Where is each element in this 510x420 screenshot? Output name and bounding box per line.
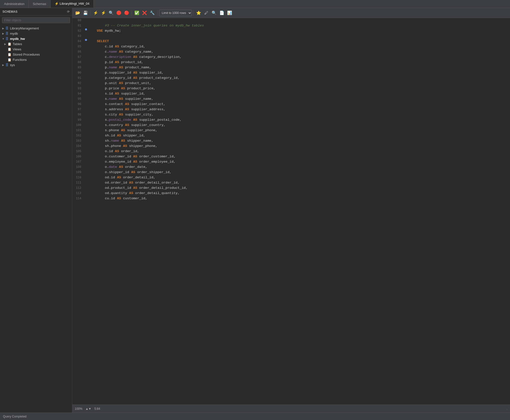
tab-schemas-label: Schemas (33, 2, 46, 6)
bottom-status-bar: Query Completed (0, 413, 510, 420)
line-91: 91 p.category_id AS product_category_id, (72, 76, 510, 81)
zoom-in-button[interactable]: 🔍 (211, 9, 218, 16)
tree-item-stored-procedures[interactable]: ▶ 📋 Stored Procedures (0, 52, 72, 57)
toggle-sys[interactable]: ▶ (1, 64, 5, 66)
db-icon-mydb: 🗄 (5, 32, 9, 35)
sidebar: SCHEMAS ⟳ ▶ 🗄 LibraryManagement ▶ 🗄 mydb… (0, 8, 72, 413)
execute-button[interactable]: ⚡ (92, 9, 99, 16)
line-93: 93 p.price AS product_price, (72, 86, 510, 91)
tree-label-stored-procedures: Stored Procedures (13, 53, 40, 56)
status-scroll-indicator: ⬦ (506, 407, 508, 411)
toolbar-sep-2 (132, 10, 132, 16)
save-file-button[interactable]: 💾 (82, 9, 89, 16)
word-wrap-button[interactable]: 📄 (218, 9, 225, 16)
line-92: 92 p.unit AS product_unit, (72, 81, 510, 86)
status-left: 100% ▲▼ 5:84 (75, 407, 100, 411)
folder-icon-stored-procedures: 📋 (7, 53, 11, 56)
line-104: 104 sh.phone AS shipper_phone, (72, 144, 510, 149)
toolbar-sep-3 (157, 10, 158, 16)
tree-item-mydb-hw[interactable]: ▼ 🗄 mydb_hw (0, 36, 72, 41)
line-87: 87 c.description AS category_description… (72, 55, 510, 60)
find-button[interactable]: 🔍 (108, 9, 115, 16)
line-80: 80 (72, 18, 510, 23)
schemas-label: SCHEMAS (2, 10, 17, 13)
cursor-position: 5:84 (94, 407, 100, 411)
line-83: 83 (72, 34, 510, 39)
toggle-librarymanagement[interactable]: ▶ (1, 27, 5, 30)
tree-label-views: Views (13, 47, 21, 51)
cancel-button[interactable]: ❌ (141, 9, 148, 16)
db-icon-librarymanagement: 🗄 (5, 26, 9, 30)
line-108: 108 o.date AS order_date, (72, 165, 510, 170)
tab-admin-label: Administration (4, 2, 24, 6)
format-button[interactable]: 🖊 (203, 9, 210, 16)
query-status-message: Query Completed (3, 415, 26, 418)
zoom-percent: 100% (75, 407, 83, 411)
tab-query[interactable]: ⚡ LibraryMngt_HW_04 (51, 0, 94, 8)
sidebar-header: SCHEMAS ⟳ (0, 8, 72, 16)
toolbar-sep-4 (193, 10, 194, 16)
lightning-icon: ⚡ (55, 2, 59, 5)
folder-icon-tables: 📋 (7, 42, 11, 46)
sidebar-refresh-icon[interactable]: ⟳ (67, 10, 70, 13)
tree-item-sys[interactable]: ▶ 🗄 sys (0, 62, 72, 68)
db-icon-mydb-hw: 🗄 (5, 37, 9, 41)
line-109: 109 o.shipper_id AS order_shipper_id, (72, 170, 510, 175)
toolbar-sep-1 (90, 10, 91, 16)
zoom-stepper[interactable]: ▲▼ (85, 407, 91, 411)
tree-item-tables[interactable]: ▶ 📋 Tables (0, 41, 72, 47)
bookmark-button[interactable]: ⭐ (195, 9, 202, 16)
tree-label-tables: Tables (13, 42, 22, 46)
line-84: 84 SELECT (72, 39, 510, 44)
tab-schemas[interactable]: Schemas (29, 0, 50, 8)
tree-item-librarymanagement[interactable]: ▶ 🗄 LibraryManagement (0, 26, 72, 31)
schema-tree: ▶ 🗄 LibraryManagement ▶ 🗄 mydb ▼ 🗄 mydb_… (0, 25, 72, 413)
line-88: 88 p.id AS product_id, (72, 60, 510, 65)
inspect-button[interactable]: 🔧 (149, 9, 156, 16)
line-106: 106 o.customer_id AS order_customer_id, (72, 154, 510, 159)
tree-label-librarymanagement: LibraryManagement (10, 26, 39, 30)
tree-label-mydb: mydb (10, 32, 18, 35)
toggle-mydb-hw[interactable]: ▼ (1, 37, 5, 40)
line-89: 89 p.name AS product_name, (72, 65, 510, 70)
stop-button[interactable]: 🛑 (115, 9, 122, 16)
line-110: 110 od.id AS order_detail_id, (72, 175, 510, 180)
check-button[interactable]: ✅ (133, 9, 140, 16)
line-85: 85 c.id AS category_id, (72, 44, 510, 49)
line-105: 105 o.id AS order_id, (72, 149, 510, 154)
execute-current-button[interactable]: ⚡ (100, 9, 107, 16)
line-112: 112 od.product_id AS order_detail_produc… (72, 186, 510, 191)
tab-administration[interactable]: Administration (0, 0, 29, 8)
line-94: 94 s.id AS supplier_id, (72, 91, 510, 97)
explain-button[interactable]: 🔴 (123, 9, 130, 16)
tree-label-mydb-hw: mydb_hw (10, 37, 25, 41)
line-102: 102 sh.id AS shipper_id, (72, 133, 510, 138)
line-82: 82 USE mydb_hw; (72, 28, 510, 34)
tree-item-functions[interactable]: ▶ 📋 Functions (0, 57, 72, 62)
line-100: 100 s.country AS supplier_country, (72, 123, 510, 128)
tree-label-functions: Functions (13, 58, 27, 62)
editor-status-bar: 100% ▲▼ 5:84 ⬦ (72, 405, 510, 413)
toggle-tables[interactable]: ▶ (3, 43, 7, 45)
tree-item-mydb[interactable]: ▶ 🗄 mydb (0, 31, 72, 36)
line-90: 90 p.supplier_id AS supplier_id, (72, 70, 510, 76)
output-button[interactable]: 📊 (226, 9, 233, 16)
tree-item-views[interactable]: ▶ 📋 Views (0, 47, 72, 52)
db-icon-sys: 🗄 (5, 63, 9, 67)
line-101: 101 s.phone AS supplier_phone, (72, 128, 510, 133)
line-107: 107 o.employee_id AS order_employee_id, (72, 159, 510, 165)
toggle-mydb[interactable]: ▶ (1, 32, 5, 35)
filter-input[interactable] (2, 17, 70, 23)
code-editor[interactable]: 80 81 #3 -- Create inner_join queries on… (72, 18, 510, 405)
limit-select[interactable]: Limit to 1000 rows Limit to 10 rows Limi… (159, 10, 192, 16)
line-95: 95 s.name AS supplier_name, (72, 97, 510, 102)
line-111: 111 od.order_id AS order_detail_order_id… (72, 180, 510, 186)
line-96: 96 s.contact AS supplier_contact, (72, 102, 510, 107)
editor-area: 📂 💾 ⚡ ⚡ 🔍 🛑 🔴 ✅ ❌ 🔧 Limit to 1000 rows L… (72, 8, 510, 413)
line-81: 81 #3 -- Create inner_join queries on my… (72, 23, 510, 28)
line-114: 114 cu.id AS customer_id, (72, 196, 510, 201)
line-113: 113 od.quantity AS order_detail_quantity… (72, 191, 510, 196)
line-97: 97 s.address AS supplier_address, (72, 107, 510, 112)
line-103: 103 sh.name AS shipper_name, (72, 138, 510, 144)
open-file-button[interactable]: 📂 (74, 9, 81, 16)
